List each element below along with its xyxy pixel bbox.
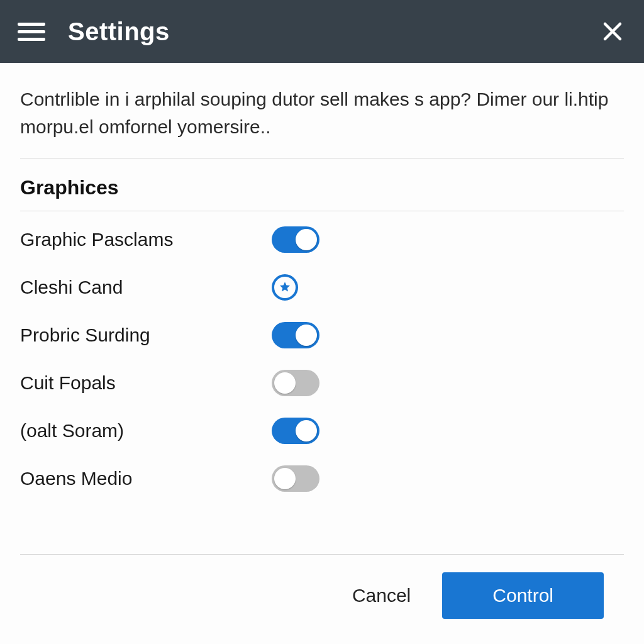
options-list: Graphic Pasclams Cleshi Cand Probric Sur… (20, 211, 624, 492)
dialog-footer: Cancel Control (20, 554, 624, 644)
option-label: Cleshi Cand (20, 277, 272, 298)
close-icon (601, 20, 624, 43)
star-badge-cleshi-cand[interactable] (272, 274, 298, 301)
dialog-header: Settings (0, 0, 644, 63)
dialog-title: Settings (68, 18, 576, 46)
toggle-oaens-medio[interactable] (272, 465, 319, 492)
option-label: Probric Surding (20, 325, 272, 346)
hamburger-menu-icon[interactable] (18, 18, 45, 45)
cancel-button[interactable]: Cancel (346, 576, 417, 615)
close-button[interactable] (599, 18, 626, 45)
settings-dialog: Settings Contrlible in i arphilal soupin… (0, 0, 644, 644)
control-button[interactable]: Control (442, 572, 604, 619)
option-label: Cuit Fopals (20, 372, 272, 394)
option-row-graphic-pasclams: Graphic Pasclams (20, 226, 624, 253)
option-label: Oaens Medio (20, 468, 272, 489)
toggle-cuit-fopals[interactable] (272, 370, 319, 396)
toggle-oalt-soram[interactable] (272, 418, 319, 444)
option-row-cuit-fopals: Cuit Fopals (20, 370, 624, 396)
option-row-probric-surding: Probric Surding (20, 322, 624, 348)
option-label: Graphic Pasclams (20, 229, 272, 250)
option-row-cleshi-cand: Cleshi Cand (20, 274, 624, 301)
option-label: (oalt Soram) (20, 420, 272, 441)
option-row-oalt-soram: (oalt Soram) (20, 418, 624, 444)
dialog-body: Contrlible in i arphilal souping dutor s… (0, 63, 644, 529)
toggle-probric-surding[interactable] (272, 322, 319, 348)
option-row-oaens-medio: Oaens Medio (20, 465, 624, 492)
settings-description: Contrlible in i arphilal souping dutor s… (20, 86, 624, 158)
section-title-graphics: Graphices (20, 158, 624, 211)
toggle-graphic-pasclams[interactable] (272, 226, 319, 253)
star-icon (278, 280, 292, 294)
